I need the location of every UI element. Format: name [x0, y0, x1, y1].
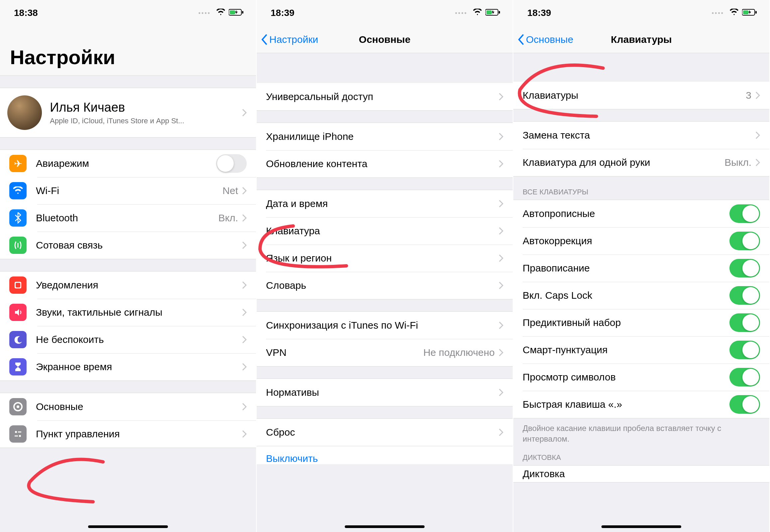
regulatory-row[interactable]: Нормативы: [257, 379, 513, 406]
cellular-dots-icon: ••••: [455, 10, 468, 17]
autocorrect-row[interactable]: Автокоррекция: [513, 227, 769, 255]
back-button[interactable]: Основные: [517, 34, 573, 46]
screen-general: 18:39 •••• Настройки Основные Универсаль…: [257, 0, 513, 532]
datetime-row[interactable]: Дата и время: [257, 190, 513, 217]
keyboard-label: Клавиатура: [266, 225, 499, 237]
smartpunct-label: Смарт-пунктуация: [523, 344, 729, 356]
chevron-right-icon: [499, 388, 503, 396]
autocorrect-toggle[interactable]: [729, 232, 760, 250]
predictive-row[interactable]: Предиктивный набор: [513, 309, 769, 336]
chevron-left-icon: [517, 34, 525, 46]
preview-row[interactable]: Просмотр символов: [513, 364, 769, 391]
svg-rect-15: [755, 11, 757, 14]
chevron-right-icon: [242, 241, 247, 249]
chevron-right-icon: [242, 403, 247, 411]
control-center-row[interactable]: Пункт управления: [0, 420, 256, 448]
shortcut-row[interactable]: Быстрая клавиша «.»: [513, 391, 769, 418]
all-keyboards-header: ВСЕ КЛАВИАТУРЫ: [513, 176, 769, 200]
home-indicator: [88, 525, 168, 528]
keyboards-label: Клавиатуры: [523, 90, 746, 101]
onehand-row[interactable]: Клавиатура для одной руки Выкл.: [513, 149, 769, 176]
back-label: Основные: [526, 34, 573, 45]
predictive-toggle[interactable]: [729, 313, 760, 332]
reset-row[interactable]: Сброс: [257, 419, 513, 446]
airplane-toggle[interactable]: [216, 154, 247, 173]
shutdown-link[interactable]: Выключить: [257, 446, 513, 464]
airplane-icon: ✈: [9, 155, 27, 172]
capslock-toggle[interactable]: [729, 286, 760, 305]
notifications-row[interactable]: Уведомления: [0, 271, 256, 299]
onehand-label: Клавиатура для одной руки: [523, 157, 724, 168]
home-indicator: [345, 525, 425, 528]
notifications-icon: [9, 276, 27, 294]
svg-rect-16: [743, 10, 748, 14]
svg-rect-13: [487, 10, 492, 14]
language-row[interactable]: Язык и регион: [257, 245, 513, 272]
cellular-icon: [9, 237, 27, 254]
spell-toggle[interactable]: [729, 259, 760, 277]
dictionary-row[interactable]: Словарь: [257, 272, 513, 299]
sliders-icon: [9, 425, 27, 443]
smartpunct-row[interactable]: Смарт-пунктуация: [513, 336, 769, 364]
chevron-right-icon: [499, 428, 503, 436]
cellular-row[interactable]: Сотовая связь: [0, 232, 256, 259]
capslock-label: Вкл. Caps Lock: [523, 290, 729, 301]
wifi-icon: [473, 8, 482, 18]
screentime-label: Экранное время: [36, 361, 242, 372]
keyboards-row[interactable]: Клавиатуры 3: [513, 82, 769, 109]
bluetooth-row[interactable]: Bluetooth Вкл.: [0, 204, 256, 232]
vpn-row[interactable]: VPN Не подключено: [257, 339, 513, 366]
background-refresh-row[interactable]: Обновление контента: [257, 150, 513, 177]
wifi-label: Wi-Fi: [36, 185, 222, 196]
smartpunct-toggle[interactable]: [729, 341, 760, 359]
bluetooth-icon: [9, 209, 27, 227]
background-label: Обновление контента: [266, 158, 499, 169]
dictation-row[interactable]: Диктовка: [513, 466, 769, 482]
spell-row[interactable]: Правописание: [513, 255, 769, 282]
chevron-right-icon: [755, 91, 760, 99]
preview-toggle[interactable]: [729, 368, 760, 386]
status-time: 18:39: [271, 8, 294, 18]
chevron-right-icon: [242, 281, 247, 289]
accessibility-row[interactable]: Универсальный доступ: [257, 83, 513, 110]
shortcut-toggle[interactable]: [729, 395, 760, 414]
capslock-row[interactable]: Вкл. Caps Lock: [513, 282, 769, 309]
chevron-right-icon: [242, 214, 247, 222]
chevron-right-icon: [499, 349, 503, 357]
back-label: Настройки: [269, 34, 318, 45]
preview-label: Просмотр символов: [523, 372, 729, 383]
wifi-row[interactable]: Wi-Fi Net: [0, 177, 256, 204]
airplane-row[interactable]: ✈ Авиарежим: [0, 150, 256, 177]
chevron-right-icon: [242, 430, 247, 438]
airplane-label: Авиарежим: [36, 158, 216, 169]
regulatory-label: Нормативы: [266, 387, 499, 398]
chevron-right-icon: [499, 133, 503, 141]
chevron-right-icon: [755, 159, 760, 166]
general-label: Основные: [36, 401, 242, 412]
itunes-wifi-row[interactable]: Синхронизация с iTunes по Wi-Fi: [257, 312, 513, 339]
text-replace-row[interactable]: Замена текста: [513, 122, 769, 149]
sounds-row[interactable]: Звуки, тактильные сигналы: [0, 299, 256, 326]
autocap-toggle[interactable]: [729, 204, 760, 223]
hourglass-icon: [9, 358, 27, 375]
avatar: [7, 95, 42, 130]
general-row[interactable]: Основные: [0, 393, 256, 420]
chevron-right-icon: [499, 200, 503, 208]
screentime-row[interactable]: Экранное время: [0, 353, 256, 380]
bluetooth-value: Вкл.: [218, 212, 238, 224]
language-label: Язык и регион: [266, 253, 499, 264]
status-time: 18:38: [14, 8, 38, 18]
status-bar: 18:38 ••••: [0, 0, 256, 26]
profile-row[interactable]: Илья Кичаев Apple ID, iCloud, iTunes Sto…: [0, 88, 256, 137]
keyboard-row[interactable]: Клавиатура: [257, 217, 513, 245]
dnd-row[interactable]: Не беспокоить: [0, 326, 256, 353]
back-button[interactable]: Настройки: [261, 34, 318, 46]
battery-icon: [486, 8, 501, 18]
storage-label: Хранилище iPhone: [266, 131, 499, 142]
svg-point-7: [15, 431, 17, 433]
storage-row[interactable]: Хранилище iPhone: [257, 123, 513, 150]
status-time: 18:39: [527, 8, 551, 18]
svg-rect-2: [230, 10, 235, 14]
autocap-row[interactable]: Автопрописные: [513, 200, 769, 227]
annotation-general: [20, 455, 120, 513]
